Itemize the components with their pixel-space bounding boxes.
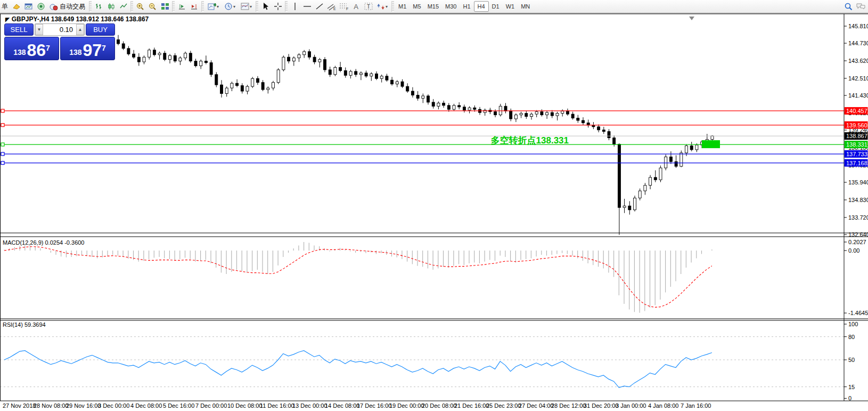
chart-canvas[interactable]: 145.810144.730143.620142.510141.430140.3… xyxy=(0,13,868,411)
svg-text:141.430: 141.430 xyxy=(848,92,868,99)
time-scale[interactable]: 27 Nov 201828 Nov 08:0029 Nov 16:003 Dec… xyxy=(3,402,711,409)
timeframe-w1[interactable]: W1 xyxy=(503,1,518,12)
arrows-icon xyxy=(377,3,385,11)
timeframe-h4[interactable]: H4 xyxy=(474,1,489,12)
svg-text:3 Dec 00:00: 3 Dec 00:00 xyxy=(98,402,129,409)
cursor-icon[interactable] xyxy=(259,1,272,12)
market-watch-icon[interactable] xyxy=(22,1,35,12)
buy-price-pips: 97 xyxy=(83,42,102,58)
fibonacci-icon[interactable]: F xyxy=(338,1,350,12)
bar-chart-icon[interactable] xyxy=(93,1,105,12)
svg-text:137.168: 137.168 xyxy=(846,160,867,166)
search-icon[interactable] xyxy=(842,1,855,12)
sell-price-pips: 86 xyxy=(27,42,46,58)
volume-value[interactable]: 0.10 xyxy=(43,26,76,34)
timeframe-m1[interactable]: M1 xyxy=(395,1,410,12)
svg-text:132.640: 132.640 xyxy=(848,231,868,238)
add-indicator-button[interactable]: ▾ xyxy=(205,1,222,12)
svg-text:F: F xyxy=(346,7,348,11)
tile-windows-icon[interactable] xyxy=(159,1,171,12)
svg-text:31 Dec 20:00: 31 Dec 20:00 xyxy=(584,402,618,409)
chevron-down-icon: ▾ xyxy=(250,4,252,9)
new-order-icon[interactable] xyxy=(10,1,22,12)
svg-text:7 Jan 16:00: 7 Jan 16:00 xyxy=(681,402,711,409)
svg-text:0.2027: 0.2027 xyxy=(848,239,866,245)
zoom-out-icon[interactable] xyxy=(146,1,159,12)
crosshair-icon[interactable] xyxy=(272,1,284,12)
text-label-icon[interactable]: T xyxy=(362,1,374,12)
autotrading-label: 自动交易 xyxy=(60,2,85,11)
svg-text:28 Dec 12:00: 28 Dec 12:00 xyxy=(551,402,586,409)
highlight-rect[interactable] xyxy=(702,140,720,148)
equidistant-channel-icon[interactable]: E xyxy=(325,1,338,12)
order-menu-label[interactable]: 单 xyxy=(1,2,10,11)
svg-text:133.720: 133.720 xyxy=(848,214,868,221)
svg-text:21 Dec 16:00: 21 Dec 16:00 xyxy=(454,402,489,409)
timeframe-m30[interactable]: M30 xyxy=(442,1,460,12)
periods-button[interactable]: ▾ xyxy=(222,1,238,12)
toolbar-separator xyxy=(130,1,133,12)
svg-text:142.510: 142.510 xyxy=(848,75,868,82)
chevron-down-icon: ▾ xyxy=(386,4,388,9)
svg-text:13 Dec 00:00: 13 Dec 00:00 xyxy=(292,402,327,409)
chevron-down-icon: ▾ xyxy=(217,4,219,9)
chart-frame xyxy=(0,14,868,401)
templates-button[interactable]: ▾ xyxy=(238,1,255,12)
svg-text:27 Dec 04:00: 27 Dec 04:00 xyxy=(519,402,553,409)
timeframe-m15[interactable]: M15 xyxy=(424,1,442,12)
text-icon[interactable]: A xyxy=(350,1,362,12)
rsi-panel xyxy=(0,337,844,388)
svg-text:27 Nov 2018: 27 Nov 2018 xyxy=(3,402,36,409)
volume-increase-button[interactable]: ▲ xyxy=(76,24,84,35)
horizontal-line-icon[interactable] xyxy=(301,1,313,12)
svg-text:E: E xyxy=(333,7,336,11)
auto-scroll-icon[interactable] xyxy=(176,1,188,12)
trendline-icon[interactable] xyxy=(313,1,325,12)
svg-text:20 Dec 08:00: 20 Dec 08:00 xyxy=(422,402,456,409)
svg-text:137.733: 137.733 xyxy=(846,151,867,157)
buy-quote[interactable]: 138 97 7 xyxy=(60,37,115,60)
toolbar-separator xyxy=(256,1,258,12)
svg-text:4 Jan 08:00: 4 Jan 08:00 xyxy=(648,402,679,409)
volume-decrease-button[interactable]: ▼ xyxy=(35,24,43,35)
svg-text:139.560: 139.560 xyxy=(846,122,867,128)
sell-button[interactable]: SELL xyxy=(4,23,34,36)
svg-text:28 Nov 08:00: 28 Nov 08:00 xyxy=(34,402,68,409)
sell-price-point: 7 xyxy=(46,38,50,58)
template-icon xyxy=(241,3,249,10)
chart-shift-icon[interactable] xyxy=(188,1,200,12)
metaquotes-icon[interactable] xyxy=(35,1,47,12)
chart-window[interactable]: 145.810144.730143.620142.510141.430140.3… xyxy=(0,13,868,411)
buy-button[interactable]: BUY xyxy=(86,23,115,36)
panel-collapse-icon[interactable]: ◤ xyxy=(5,17,10,22)
arrows-button[interactable]: ▾ xyxy=(374,1,390,12)
price-scale[interactable]: 145.810144.730143.620142.510141.430140.3… xyxy=(844,23,868,401)
timeframe-m5[interactable]: M5 xyxy=(410,1,424,12)
price-level-lines[interactable] xyxy=(0,109,844,165)
timeframe-d1[interactable]: D1 xyxy=(489,1,503,12)
svg-text:135.940: 135.940 xyxy=(848,179,868,186)
zoom-in-icon[interactable] xyxy=(134,1,146,12)
one-click-trade-panel: SELL ▼ 0.10 ▲ BUY 138 86 7 138 97 7 xyxy=(4,23,115,60)
sell-quote[interactable]: 138 86 7 xyxy=(4,37,59,60)
volume-spinner[interactable]: ▼ 0.10 ▲ xyxy=(35,23,85,36)
vertical-line-icon[interactable] xyxy=(289,1,301,12)
svg-text:11 Dec 16:00: 11 Dec 16:00 xyxy=(260,402,294,409)
chat-icon[interactable] xyxy=(855,1,867,12)
chart-title: ◤GBPJPY-,H4 138.649 138.912 138.646 138.… xyxy=(5,15,149,23)
svg-text:-1.4645: -1.4645 xyxy=(848,310,868,316)
line-chart-icon[interactable] xyxy=(117,1,129,12)
autotrading-button[interactable]: 自动交易 xyxy=(47,1,88,12)
svg-text:19 Dec 00:00: 19 Dec 00:00 xyxy=(389,402,424,409)
macd-panel xyxy=(4,242,712,313)
main-toolbar: 单 自动交易 ▾ ▾ ▾ xyxy=(0,0,868,13)
svg-text:25 Dec 23:00: 25 Dec 23:00 xyxy=(486,402,521,409)
timeframe-mn[interactable]: MN xyxy=(518,1,533,12)
pivot-annotation-text: 多空转折点138.331 xyxy=(440,134,569,147)
toolbar-separator xyxy=(285,1,288,12)
timeframe-h1[interactable]: H1 xyxy=(460,1,473,12)
shift-marker-icon xyxy=(689,17,694,20)
candlestick-chart-icon[interactable] xyxy=(105,1,117,12)
macd-indicator-label: MACD(12,26,9) 0.0254 -0.3600 xyxy=(3,239,84,246)
svg-text:140.457: 140.457 xyxy=(846,108,867,114)
